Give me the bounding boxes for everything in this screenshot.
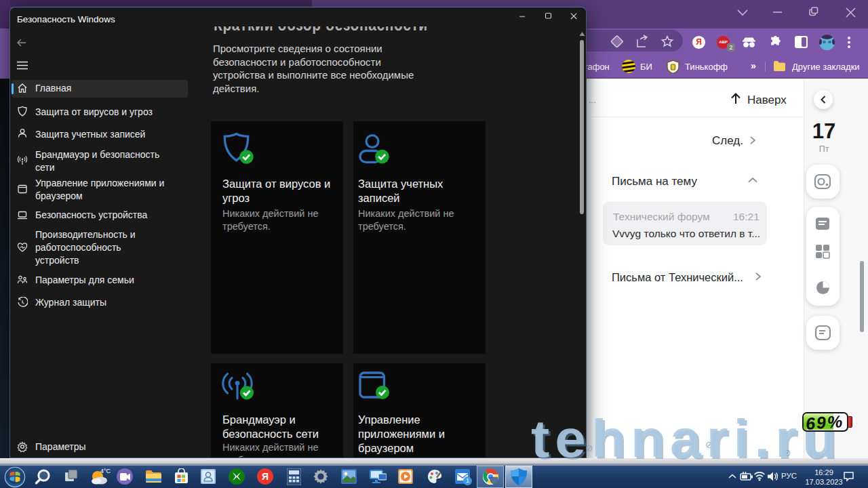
svg-text:4°C: 4°C [100,468,111,474]
